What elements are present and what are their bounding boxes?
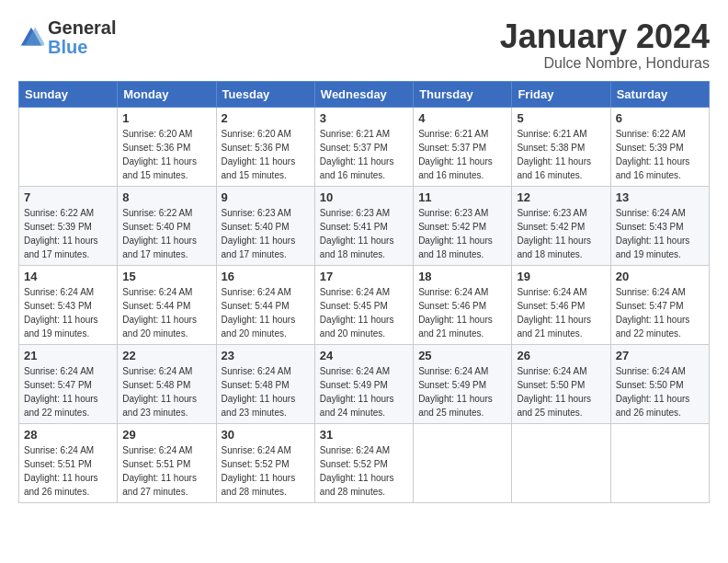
day-info: Sunrise: 6:24 AMSunset: 5:46 PMDaylight:… — [517, 285, 605, 340]
table-row: 30 Sunrise: 6:24 AMSunset: 5:52 PMDaylig… — [216, 423, 314, 502]
table-row: 18 Sunrise: 6:24 AMSunset: 5:46 PMDaylig… — [414, 265, 512, 344]
logo-icon — [18, 25, 44, 51]
day-info: Sunrise: 6:24 AMSunset: 5:51 PMDaylight:… — [24, 443, 112, 499]
day-number: 17 — [320, 270, 408, 283]
col-wednesday: Wednesday — [314, 81, 413, 107]
table-row: 6 Sunrise: 6:22 AMSunset: 5:39 PMDayligh… — [610, 107, 709, 186]
table-row: 15 Sunrise: 6:24 AMSunset: 5:44 PMDaylig… — [118, 265, 216, 344]
day-number: 24 — [320, 349, 408, 362]
day-number: 22 — [122, 349, 210, 362]
day-info: Sunrise: 6:24 AMSunset: 5:47 PMDaylight:… — [24, 364, 112, 419]
day-number: 12 — [517, 190, 605, 204]
table-row: 10 Sunrise: 6:23 AMSunset: 5:41 PMDaylig… — [314, 186, 413, 265]
day-number: 19 — [517, 270, 605, 283]
table-row: 21 Sunrise: 6:24 AMSunset: 5:47 PMDaylig… — [19, 344, 118, 423]
calendar-week-row: 28 Sunrise: 6:24 AMSunset: 5:51 PMDaylig… — [19, 423, 710, 502]
day-number: 18 — [418, 270, 506, 283]
table-row: 1 Sunrise: 6:20 AMSunset: 5:36 PMDayligh… — [118, 107, 216, 186]
day-number: 16 — [222, 270, 310, 283]
day-number: 30 — [222, 428, 310, 442]
col-monday: Monday — [118, 81, 216, 107]
day-number: 13 — [616, 190, 704, 204]
day-info: Sunrise: 6:23 AMSunset: 5:41 PMDaylight:… — [320, 206, 408, 261]
table-row: 20 Sunrise: 6:24 AMSunset: 5:47 PMDaylig… — [610, 265, 709, 344]
day-number: 14 — [24, 270, 112, 283]
col-saturday: Saturday — [610, 81, 709, 107]
table-row: 25 Sunrise: 6:24 AMSunset: 5:49 PMDaylig… — [414, 344, 512, 423]
day-info: Sunrise: 6:24 AMSunset: 5:45 PMDaylight:… — [320, 285, 408, 340]
day-number: 23 — [222, 349, 310, 362]
col-thursday: Thursday — [414, 81, 512, 107]
table-row: 4 Sunrise: 6:21 AMSunset: 5:37 PMDayligh… — [414, 107, 512, 186]
day-number: 8 — [122, 190, 210, 204]
calendar-week-row: 7 Sunrise: 6:22 AMSunset: 5:39 PMDayligh… — [19, 186, 710, 265]
day-info: Sunrise: 6:22 AMSunset: 5:40 PMDaylight:… — [122, 206, 210, 261]
day-number: 1 — [122, 111, 210, 125]
day-number: 29 — [122, 428, 210, 442]
col-sunday: Sunday — [19, 81, 118, 107]
day-info: Sunrise: 6:24 AMSunset: 5:43 PMDaylight:… — [24, 285, 112, 340]
table-row: 24 Sunrise: 6:24 AMSunset: 5:49 PMDaylig… — [314, 344, 413, 423]
day-number: 15 — [122, 270, 210, 283]
calendar-table: Sunday Monday Tuesday Wednesday Thursday… — [18, 81, 710, 503]
table-row: 14 Sunrise: 6:24 AMSunset: 5:43 PMDaylig… — [19, 265, 118, 344]
table-row: 8 Sunrise: 6:22 AMSunset: 5:40 PMDayligh… — [118, 186, 216, 265]
col-tuesday: Tuesday — [216, 81, 314, 107]
day-info: Sunrise: 6:24 AMSunset: 5:48 PMDaylight:… — [222, 364, 310, 419]
day-info: Sunrise: 6:24 AMSunset: 5:47 PMDaylight:… — [616, 285, 704, 340]
day-info: Sunrise: 6:24 AMSunset: 5:50 PMDaylight:… — [517, 364, 605, 419]
table-row: 23 Sunrise: 6:24 AMSunset: 5:48 PMDaylig… — [216, 344, 314, 423]
day-number: 28 — [24, 428, 112, 442]
day-info: Sunrise: 6:24 AMSunset: 5:48 PMDaylight:… — [122, 364, 210, 419]
day-info: Sunrise: 6:24 AMSunset: 5:46 PMDaylight:… — [418, 285, 506, 340]
day-number: 27 — [616, 349, 704, 362]
day-number: 21 — [24, 349, 112, 362]
day-info: Sunrise: 6:24 AMSunset: 5:50 PMDaylight:… — [616, 364, 704, 419]
page-header: General Blue January 2024 Dulce Nombre, … — [18, 18, 710, 72]
day-info: Sunrise: 6:21 AMSunset: 5:38 PMDaylight:… — [517, 127, 605, 182]
day-number: 31 — [320, 428, 408, 442]
day-info: Sunrise: 6:24 AMSunset: 5:44 PMDaylight:… — [222, 285, 310, 340]
day-info: Sunrise: 6:24 AMSunset: 5:44 PMDaylight:… — [122, 285, 210, 340]
table-row — [610, 423, 709, 502]
day-info: Sunrise: 6:23 AMSunset: 5:42 PMDaylight:… — [418, 206, 506, 261]
day-number: 7 — [24, 190, 112, 204]
table-row: 28 Sunrise: 6:24 AMSunset: 5:51 PMDaylig… — [19, 423, 118, 502]
table-row: 22 Sunrise: 6:24 AMSunset: 5:48 PMDaylig… — [118, 344, 216, 423]
calendar-week-row: 21 Sunrise: 6:24 AMSunset: 5:47 PMDaylig… — [19, 344, 710, 423]
day-info: Sunrise: 6:23 AMSunset: 5:40 PMDaylight:… — [222, 206, 310, 261]
title-area: January 2024 Dulce Nombre, Honduras — [500, 18, 710, 72]
day-number: 20 — [616, 270, 704, 283]
table-row — [512, 423, 610, 502]
table-row: 3 Sunrise: 6:21 AMSunset: 5:37 PMDayligh… — [314, 107, 413, 186]
day-number: 6 — [616, 111, 704, 125]
day-number: 11 — [418, 190, 506, 204]
col-friday: Friday — [512, 81, 610, 107]
location-subtitle: Dulce Nombre, Honduras — [500, 55, 710, 72]
calendar-header-row: Sunday Monday Tuesday Wednesday Thursday… — [19, 81, 710, 107]
day-info: Sunrise: 6:24 AMSunset: 5:49 PMDaylight:… — [418, 364, 506, 419]
table-row: 29 Sunrise: 6:24 AMSunset: 5:51 PMDaylig… — [118, 423, 216, 502]
table-row: 2 Sunrise: 6:20 AMSunset: 5:36 PMDayligh… — [216, 107, 314, 186]
day-info: Sunrise: 6:24 AMSunset: 5:43 PMDaylight:… — [616, 206, 704, 261]
table-row — [414, 423, 512, 502]
day-info: Sunrise: 6:22 AMSunset: 5:39 PMDaylight:… — [616, 127, 704, 182]
day-number: 26 — [517, 349, 605, 362]
table-row: 7 Sunrise: 6:22 AMSunset: 5:39 PMDayligh… — [19, 186, 118, 265]
table-row: 19 Sunrise: 6:24 AMSunset: 5:46 PMDaylig… — [512, 265, 610, 344]
day-info: Sunrise: 6:24 AMSunset: 5:49 PMDaylight:… — [320, 364, 408, 419]
day-number: 9 — [222, 190, 310, 204]
logo-text-blue: Blue — [48, 37, 87, 57]
day-info: Sunrise: 6:21 AMSunset: 5:37 PMDaylight:… — [418, 127, 506, 182]
day-info: Sunrise: 6:20 AMSunset: 5:36 PMDaylight:… — [222, 127, 310, 182]
day-number: 3 — [320, 111, 408, 125]
table-row: 12 Sunrise: 6:23 AMSunset: 5:42 PMDaylig… — [512, 186, 610, 265]
table-row: 16 Sunrise: 6:24 AMSunset: 5:44 PMDaylig… — [216, 265, 314, 344]
table-row: 26 Sunrise: 6:24 AMSunset: 5:50 PMDaylig… — [512, 344, 610, 423]
calendar-week-row: 1 Sunrise: 6:20 AMSunset: 5:36 PMDayligh… — [19, 107, 710, 186]
day-info: Sunrise: 6:23 AMSunset: 5:42 PMDaylight:… — [517, 206, 605, 261]
day-info: Sunrise: 6:24 AMSunset: 5:52 PMDaylight:… — [320, 443, 408, 499]
logo-text-general: General — [48, 17, 116, 38]
day-info: Sunrise: 6:21 AMSunset: 5:37 PMDaylight:… — [320, 127, 408, 182]
table-row — [19, 107, 118, 186]
